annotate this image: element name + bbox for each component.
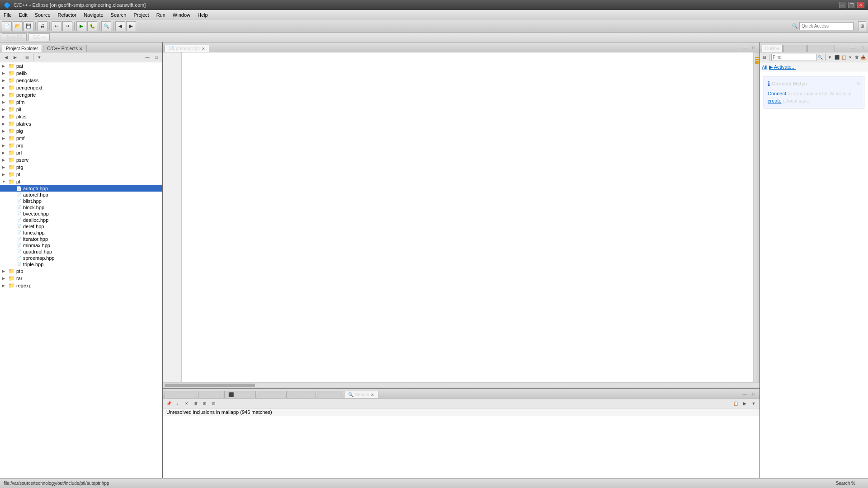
code-content[interactable] [163,52,760,382]
tab-close-search[interactable]: ✕ [371,393,374,397]
mylyn-close-button[interactable]: ✕ [856,81,860,87]
tree-arrow[interactable]: ▶ [2,165,7,169]
tree-item-pengclass[interactable]: ▶📁pengclass [0,77,162,84]
tab-console[interactable]: ⬛ Console [224,391,256,398]
tree-arrow[interactable]: ▶ [2,64,7,68]
tree-item-ptg[interactable]: ▶📁ptg [0,164,162,171]
tree-item-block-hpp[interactable]: 📄block.hpp [0,204,162,211]
forward-button[interactable]: ▶ [126,21,136,31]
horizontal-scrollbar[interactable] [163,382,760,388]
copy-result-button[interactable]: 📋 [731,399,740,408]
maximize-editor-button[interactable]: □ [750,44,758,52]
right-toolbar-btn3[interactable]: 📋 [841,53,846,61]
maximize-view-button[interactable]: □ [152,53,160,61]
tab-properties[interactable]: Properties [257,391,286,398]
tab-progress[interactable]: Progress [317,391,343,398]
tab-cpp-projects[interactable]: C/C++ Projects ✕ [43,45,87,52]
tree-arrow[interactable]: ▶ [2,100,7,104]
search-toolbar-button[interactable]: 🔍 [101,21,111,31]
right-toolbar-btn2[interactable]: ⬛ [835,53,840,61]
tree-item-prg[interactable]: ▶📁prg [0,142,162,149]
right-toolbar-btn4[interactable]: ✕ [848,53,853,61]
cancel-search-button[interactable]: ✕ [183,399,191,408]
tree-item-quadrupl-hpp[interactable]: 📄quadrupl.hpp [0,249,162,255]
menu-help[interactable]: Help [194,10,212,20]
right-maximize-button[interactable]: □ [858,44,866,52]
tab-outline[interactable]: Outline [762,45,783,52]
undo-button[interactable]: ↩ [52,21,61,31]
mylyn-connect-link[interactable]: Connect [768,91,786,96]
perspective-java-ee[interactable]: Java EE [2,33,27,41]
tree-item-rar[interactable]: ▶📁rar [0,275,162,282]
tree-item-autoref-hpp[interactable]: 📄autoref.hpp [0,192,162,198]
tree-item-triple-hpp[interactable]: 📄triple.hpp [0,261,162,267]
tree-arrow[interactable]: ▶ [2,276,7,281]
tree-item-pengengext[interactable]: ▶📁pengengext [0,84,162,91]
task-list-close[interactable]: ✕ [828,47,832,51]
tree-arrow[interactable]: ▶ [2,158,7,162]
back-nav-button[interactable]: ◀ [2,53,10,61]
tab-tasks[interactable]: ☑ Tasks [198,391,223,398]
tree-item-minmax-hpp[interactable]: 📄minmax.hpp [0,242,162,249]
mylyn-create-link[interactable]: create [768,98,782,103]
tree-item-pil[interactable]: ▶📁pil [0,106,162,113]
print-button[interactable]: 🖨 [38,21,47,31]
tab-task-list[interactable]: Task Lis ✕ [807,45,835,52]
tree-item-plg[interactable]: ▶📁plg [0,127,162,135]
tree-item-sprcemap-hpp[interactable]: 📄sprcemap.hpp [0,255,162,261]
run-search-button[interactable]: ▶ [741,399,749,408]
bottom-minimize-button[interactable]: — [741,390,749,398]
tree-item-bvector-hpp[interactable]: 📄bvector.hpp [0,211,162,217]
minimize-editor-button[interactable]: — [741,44,749,52]
horiz-scroll-thumb[interactable] [165,384,255,387]
menu-refactor[interactable]: Refactor [54,10,80,20]
tree-arrow[interactable]: ▶ [2,136,7,141]
minimize-view-button[interactable]: — [143,53,151,61]
tree-arrow[interactable]: ▶ [2,78,7,83]
minimize-button[interactable]: ─ [839,2,846,8]
tab-search[interactable]: 🔍 Search ✕ [344,391,378,398]
code-text[interactable] [182,52,753,382]
right-toolbar-btn6[interactable]: 📤 [861,53,866,61]
collapse-all-button[interactable]: ⊟ [23,53,31,61]
view-menu-button[interactable]: ▼ [35,53,43,61]
tree-arrow[interactable]: ▶ [2,85,7,90]
menu-navigate[interactable]: Navigate [80,10,107,20]
save-button[interactable]: 💾 [24,21,33,31]
run-button[interactable]: ▶ [76,21,86,31]
find-icon-button[interactable]: 🔍 [817,53,823,61]
tree-arrow[interactable]: ▶ [2,283,7,288]
vertical-scrollbar[interactable] [753,52,760,382]
tree-item-platres[interactable]: ▶📁platres [0,120,162,127]
tab-problems[interactable]: ⚠ Problems [165,391,197,398]
menu-project[interactable]: Project [130,10,152,20]
right-minimize-button[interactable]: — [849,44,857,52]
collapse-search-button[interactable]: ⊟ [210,399,218,408]
find-input[interactable] [771,54,816,61]
tree-item-pmf[interactable]: ▶📁pmf [0,135,162,142]
bottom-maximize-button[interactable]: □ [750,390,758,398]
menu-search[interactable]: Search [107,10,130,20]
quick-access-input[interactable] [799,22,854,30]
restore-button[interactable]: ❐ [848,2,855,8]
tab-close-editor[interactable]: ✕ [202,47,205,51]
tree-item-iterator-hpp[interactable]: 📄iterator.hpp [0,236,162,242]
tree-arrow[interactable]: ▶ [2,114,7,119]
tree-arrow[interactable]: ▶ [2,150,7,155]
open-perspective-button[interactable]: ⊞ [858,21,866,31]
tree-item-pkcs[interactable]: ▶📁pkcs [0,113,162,120]
tree-item-deref-hpp[interactable]: 📄deref.hpp [0,223,162,230]
tab-project-explorer[interactable]: Project Explorer [2,45,42,52]
menu-run[interactable]: Run [153,10,169,20]
right-view-menu[interactable]: ▼ [827,53,832,61]
clear-search-button[interactable]: 🗑 [192,399,200,408]
tree-item-pengprte[interactable]: ▶📁pengprte [0,91,162,99]
tree-item-funcs-hpp[interactable]: 📄funcs.hpp [0,230,162,236]
tree-item-pat[interactable]: ▶📁pat [0,62,162,70]
tree-arrow[interactable]: ▶ [2,172,7,177]
tree-item-ptp[interactable]: ▶📁ptp [0,267,162,275]
close-button[interactable]: ✕ [857,2,864,8]
tree-arrow[interactable]: ▶ [2,107,7,112]
tree-item-prl[interactable]: ▶📁prl [0,149,162,156]
menu-file[interactable]: File [0,10,15,20]
